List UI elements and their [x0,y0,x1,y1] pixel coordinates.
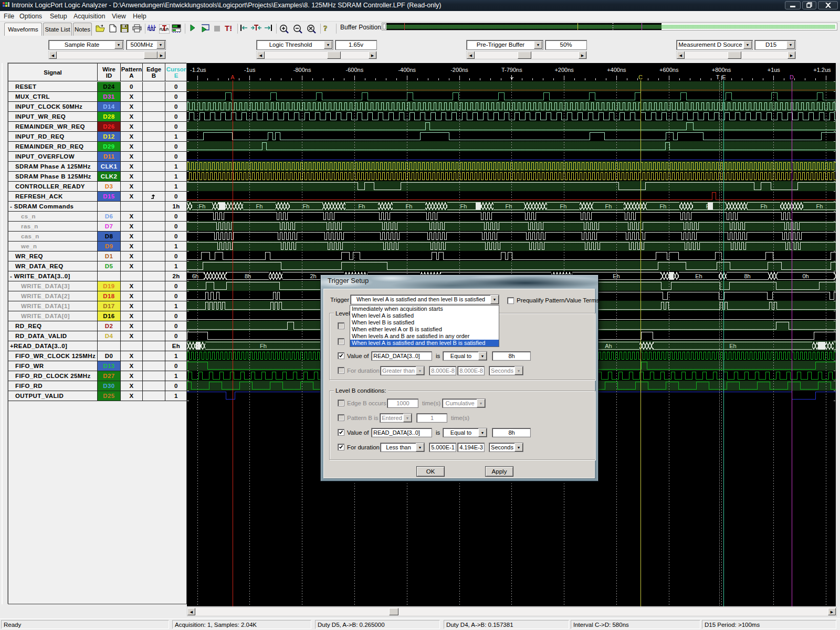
svg-text:Fh: Fh [761,203,768,209]
svg-text:-200ns: -200ns [450,67,468,73]
svg-text:Fh: Fh [506,203,512,209]
svg-text:Eh: Eh [729,343,736,349]
svg-text:-600ns: -600ns [346,67,364,73]
svg-text:Fh: Fh [560,203,567,209]
svg-text:E: E [722,74,726,80]
svg-text:Fh: Fh [660,203,667,209]
svg-text:Fh: Fh [460,203,467,209]
svg-text:+400ns: +400ns [607,67,626,73]
svg-text:0h: 0h [802,273,808,279]
svg-text:-1us: -1us [244,67,256,73]
svg-text:+1us: +1us [768,67,781,73]
svg-text:Fh: Fh [406,203,413,209]
svg-text:A: A [230,74,235,80]
svg-text:Fh: Fh [260,343,267,349]
svg-text:8h: 8h [744,273,750,279]
svg-text:+200ns: +200ns [554,67,574,73]
svg-text:C: C [638,74,643,80]
svg-text:+600ns: +600ns [659,67,679,73]
svg-text:+1.2us: +1.2us [813,67,831,73]
svg-text:Fh: Fh [605,203,612,209]
svg-text:T-790ns: T-790ns [501,67,522,73]
svg-text:Fh: Fh [359,203,365,209]
svg-text:Fh: Fh [256,203,263,209]
svg-text:2h: 2h [310,273,316,279]
svg-text:Fh: Fh [303,203,310,209]
svg-text:T: T [716,74,720,80]
svg-text:D: D [790,74,794,80]
svg-text:Fh: Fh [199,203,206,209]
svg-text:Ah: Ah [605,343,612,349]
svg-text:Fh: Fh [816,203,823,209]
svg-text:+800ns: +800ns [712,67,731,73]
svg-text:-800ns: -800ns [293,67,311,73]
svg-text:Eh: Eh [695,273,702,279]
svg-text:?: ? [323,24,328,33]
svg-text:-400ns: -400ns [398,67,416,73]
svg-text:-1.2us: -1.2us [190,67,206,73]
svg-text:T!: T! [225,24,232,32]
